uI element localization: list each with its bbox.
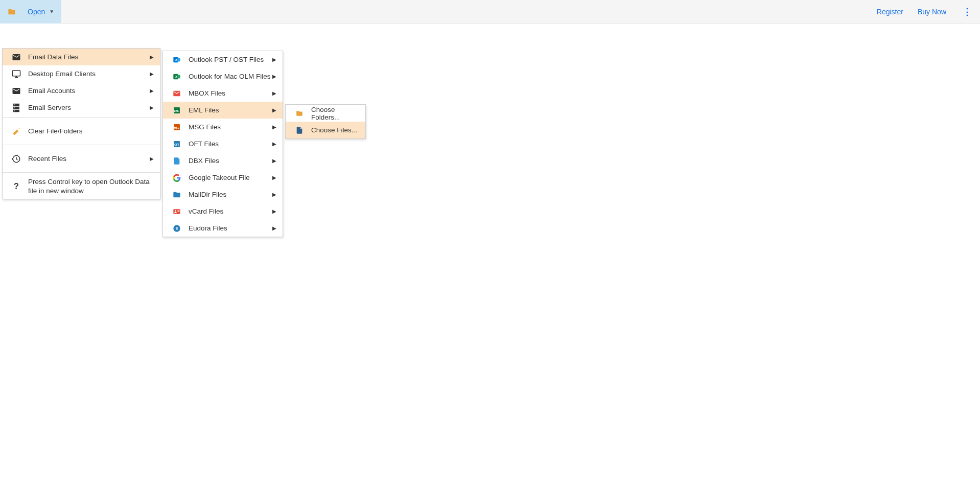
chevron-right-icon: ▶ [272, 158, 276, 164]
svg-text:O: O [175, 75, 177, 78]
menu-item-mbox[interactable]: MBOX Files ▶ [163, 85, 283, 102]
menu-item-eml[interactable]: EML EML Files ▶ [163, 102, 283, 119]
chevron-right-icon: ▶ [272, 57, 276, 62]
svg-point-2 [14, 110, 15, 111]
svg-text:O: O [175, 58, 177, 61]
menu-item-olm[interactable]: O Outlook for Mac OLM Files ▶ [163, 68, 283, 85]
svg-text:MSG: MSG [174, 126, 180, 129]
menu-label: DBX Files [189, 157, 272, 165]
eudora-icon: E [172, 224, 181, 233]
menu-label: MBOX Files [189, 89, 272, 97]
menu-label: Eudora Files [189, 224, 272, 232]
menu-item-pst-ost[interactable]: O Outlook PST / OST Files ▶ [163, 51, 283, 68]
svg-rect-9 [177, 75, 180, 78]
chevron-right-icon: ▶ [150, 105, 154, 110]
svg-point-1 [14, 107, 15, 108]
history-icon [12, 154, 21, 164]
chevron-right-icon: ▶ [272, 175, 276, 180]
google-icon [172, 173, 181, 182]
toolbar: Open ▼ Register Buy Now ⋮ [0, 0, 980, 24]
chevron-right-icon: ▶ [272, 107, 276, 113]
open-label: Open [28, 8, 45, 16]
menu-label: Email Servers [28, 104, 150, 111]
chevron-right-icon: ▶ [150, 54, 154, 60]
menu-item-choose-folders[interactable]: Choose Folders... [286, 105, 365, 122]
menu-label: MSG Files [189, 123, 272, 131]
toolbar-right: Register Buy Now ⋮ [877, 4, 974, 19]
chevron-right-icon: ▶ [272, 208, 276, 214]
folder-icon [295, 109, 304, 118]
menu-label: vCard Files [189, 207, 272, 215]
menu-label: Clear File/Folders [28, 127, 154, 135]
menu-item-desktop-clients[interactable]: Desktop Email Clients ▶ [3, 65, 160, 82]
email-data-files-submenu: O Outlook PST / OST Files ▶ O Outlook fo… [162, 51, 283, 237]
help-text: Press Control key to open Outlook Data f… [28, 177, 154, 195]
menu-separator [3, 145, 160, 145]
chevron-right-icon: ▶ [272, 90, 276, 96]
eml-submenu: Choose Folders... Choose Files... [285, 104, 366, 139]
maildir-icon [172, 190, 181, 199]
chevron-down-icon: ▼ [49, 9, 54, 14]
menu-item-maildir[interactable]: MailDir Files ▶ [163, 186, 283, 203]
svg-text:OFT: OFT [174, 143, 179, 146]
menu-item-recent[interactable]: Recent Files ▶ [3, 146, 160, 171]
menu-label: Outlook for Mac OLM Files [189, 73, 272, 80]
menu-item-eudora[interactable]: E Eudora Files ▶ [163, 220, 283, 237]
menu-item-dbx[interactable]: DBX Files ▶ [163, 152, 283, 169]
menu-item-oft[interactable]: OFT OFT Files ▶ [163, 135, 283, 152]
menu-label: Choose Folders... [311, 106, 359, 121]
menu-label: Email Accounts [28, 87, 150, 95]
outlook-icon: O [172, 55, 181, 64]
menu-item-email-servers[interactable]: Email Servers ▶ [3, 99, 160, 116]
svg-rect-6 [177, 58, 180, 61]
menu-item-vcard[interactable]: vCard Files ▶ [163, 203, 283, 220]
menu-label: Choose Files... [311, 126, 359, 134]
help-icon: ? [12, 182, 21, 191]
menu-label: EML Files [189, 106, 272, 114]
menu-item-msg[interactable]: MSG MSG Files ▶ [163, 119, 283, 135]
eml-icon: EML [172, 106, 181, 115]
menu-item-help: ? Press Control key to open Outlook Data… [3, 174, 160, 199]
open-button[interactable]: Open ▼ [0, 0, 61, 24]
menu-label: MailDir Files [189, 191, 272, 198]
chevron-right-icon: ▶ [272, 124, 276, 130]
open-menu: Email Data Files ▶ Desktop Email Clients… [2, 48, 160, 199]
svg-point-0 [14, 104, 15, 105]
chevron-right-icon: ▶ [272, 192, 276, 197]
msg-icon: MSG [172, 123, 181, 132]
menu-label: Google Takeout File [189, 174, 272, 181]
menu-item-clear[interactable]: Clear File/Folders [3, 119, 160, 144]
menu-label: Recent Files [28, 155, 150, 163]
chevron-right-icon: ▶ [272, 141, 276, 147]
chevron-right-icon: ▶ [272, 225, 276, 231]
toolbar-left: Open ▼ [0, 0, 61, 24]
menu-label: OFT Files [189, 140, 272, 148]
svg-text:E: E [176, 226, 178, 230]
mbox-icon [172, 89, 181, 98]
envelope-icon [12, 86, 21, 96]
menu-label: Desktop Email Clients [28, 70, 150, 78]
broom-icon [12, 127, 21, 136]
menu-item-google-takeout[interactable]: Google Takeout File ▶ [163, 169, 283, 186]
olm-icon: O [172, 72, 181, 81]
menu-separator [3, 172, 160, 173]
menu-item-email-accounts[interactable]: Email Accounts ▶ [3, 82, 160, 99]
menu-item-choose-files[interactable]: Choose Files... [286, 122, 365, 138]
svg-rect-19 [177, 211, 179, 212]
chevron-right-icon: ▶ [150, 71, 154, 77]
server-icon [12, 103, 21, 112]
file-icon [295, 126, 304, 135]
svg-text:EML: EML [174, 109, 179, 112]
buynow-link[interactable]: Buy Now [918, 8, 946, 16]
dbx-icon [172, 156, 181, 166]
folder-open-icon [7, 7, 16, 16]
menu-label: Email Data Files [28, 53, 150, 61]
desktop-icon [12, 69, 21, 79]
register-link[interactable]: Register [877, 8, 903, 16]
oft-icon: OFT [172, 140, 181, 149]
chevron-right-icon: ▶ [150, 156, 154, 161]
menu-separator [3, 117, 160, 118]
chevron-right-icon: ▶ [150, 88, 154, 94]
more-icon[interactable]: ⋮ [961, 4, 974, 19]
menu-item-email-data-files[interactable]: Email Data Files ▶ [3, 49, 160, 65]
